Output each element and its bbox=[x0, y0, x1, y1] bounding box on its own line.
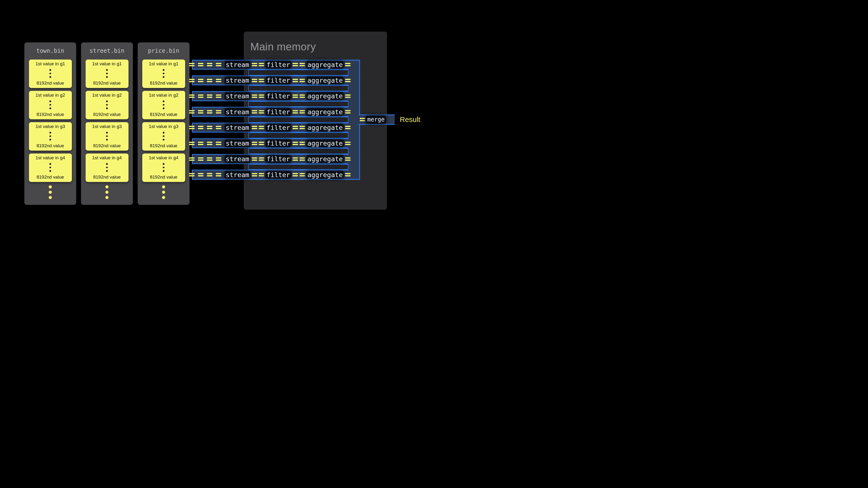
data-chunk-icon bbox=[207, 110, 212, 113]
data-chunk-icon bbox=[216, 173, 221, 176]
value-group-list: 1st value in g1 8192nd value 1st value i… bbox=[24, 60, 76, 182]
value-group-box: 1st value in g4 8192nd value bbox=[29, 154, 72, 182]
dot-icon bbox=[106, 76, 108, 78]
group-last-value-label: 8192nd value bbox=[36, 174, 64, 180]
group-first-value-label: 1st value in g4 bbox=[92, 155, 122, 161]
data-chunk-icon bbox=[189, 142, 194, 145]
data-chunk-icon bbox=[198, 63, 204, 66]
group-first-value-label: 1st value in g1 bbox=[149, 61, 179, 66]
dot-icon bbox=[50, 135, 51, 137]
dot-icon bbox=[50, 69, 51, 71]
data-chunk-icon bbox=[216, 126, 221, 129]
group-ellipsis-icon bbox=[163, 163, 164, 172]
data-chunk-icon bbox=[207, 142, 212, 145]
data-chunk-icon bbox=[198, 126, 204, 129]
result-label: Result bbox=[400, 116, 420, 124]
value-group-box: 1st value in g1 8192nd value bbox=[86, 60, 128, 88]
value-group-box: 1st value in g1 8192nd value bbox=[142, 60, 185, 88]
file-name: street.bin bbox=[81, 46, 133, 56]
value-group-box: 1st value in g1 8192nd value bbox=[29, 60, 72, 88]
dot-icon bbox=[105, 185, 108, 189]
value-group-list: 1st value in g1 8192nd value 1st value i… bbox=[138, 60, 189, 182]
data-chunk-icon bbox=[189, 173, 194, 176]
dot-icon bbox=[163, 132, 164, 133]
group-first-value-label: 1st value in g1 bbox=[92, 61, 122, 66]
more-groups-ellipsis-icon bbox=[138, 185, 189, 199]
dot-icon bbox=[50, 163, 51, 165]
data-chunk-icon bbox=[207, 63, 212, 66]
data-chunk-icon bbox=[207, 79, 212, 82]
dot-icon bbox=[163, 107, 164, 109]
data-chunk-icon bbox=[198, 79, 204, 82]
dot-icon bbox=[163, 73, 164, 74]
data-chunk-icon bbox=[207, 157, 212, 161]
group-ellipsis-icon bbox=[50, 163, 51, 172]
merge-lane: merge bbox=[359, 115, 395, 125]
dot-icon bbox=[50, 73, 51, 74]
data-chunk-icon bbox=[216, 142, 221, 145]
dot-icon bbox=[105, 191, 108, 194]
group-ellipsis-icon bbox=[163, 100, 164, 109]
data-chunk-icon bbox=[189, 157, 194, 161]
dot-icon bbox=[49, 185, 52, 189]
data-chunk-icon bbox=[207, 94, 212, 98]
group-last-value-label: 8192nd value bbox=[150, 143, 177, 149]
file-column: town.bin 1st value in g1 8192nd value 1s… bbox=[24, 42, 76, 205]
group-first-value-label: 1st value in g4 bbox=[149, 155, 179, 161]
data-chunk-icon bbox=[198, 173, 204, 176]
dot-icon bbox=[106, 73, 108, 74]
group-ellipsis-icon bbox=[106, 69, 108, 78]
group-first-value-label: 1st value in g4 bbox=[35, 155, 65, 161]
dot-icon bbox=[49, 196, 52, 199]
value-group-box: 1st value in g2 8192nd value bbox=[142, 91, 185, 119]
dot-icon bbox=[162, 185, 165, 189]
dot-icon bbox=[163, 167, 164, 168]
group-last-value-label: 8192nd value bbox=[93, 112, 121, 117]
dot-icon bbox=[106, 107, 108, 109]
group-last-value-label: 8192nd value bbox=[150, 112, 177, 117]
dot-icon bbox=[163, 163, 164, 165]
dot-icon bbox=[106, 104, 108, 106]
dot-icon bbox=[106, 163, 108, 165]
dot-icon bbox=[106, 167, 108, 168]
data-chunk-icon bbox=[207, 126, 212, 129]
file-column: price.bin 1st value in g1 8192nd value 1… bbox=[138, 42, 189, 205]
group-last-value-label: 8192nd value bbox=[36, 112, 64, 117]
group-ellipsis-icon bbox=[106, 163, 108, 172]
data-chunk-icon bbox=[216, 63, 221, 66]
group-first-value-label: 1st value in g3 bbox=[35, 124, 65, 129]
group-ellipsis-icon bbox=[50, 100, 51, 109]
data-chunk-icon bbox=[198, 142, 204, 145]
dot-icon bbox=[49, 191, 52, 194]
group-ellipsis-icon bbox=[106, 132, 108, 140]
stage-chip-merge: merge bbox=[366, 116, 386, 124]
value-group-box: 1st value in g4 8192nd value bbox=[86, 154, 128, 182]
data-chunk-icon bbox=[189, 110, 194, 113]
value-group-box: 1st value in g3 8192nd value bbox=[86, 122, 128, 151]
group-last-value-label: 8192nd value bbox=[93, 174, 121, 180]
dot-icon bbox=[50, 104, 51, 106]
group-first-value-label: 1st value in g1 bbox=[35, 61, 65, 66]
dot-icon bbox=[105, 196, 108, 199]
dot-icon bbox=[106, 170, 108, 172]
dot-icon bbox=[163, 104, 164, 106]
data-chunk-icon bbox=[189, 63, 194, 66]
data-chunk-icon bbox=[216, 110, 221, 113]
group-last-value-label: 8192nd value bbox=[93, 143, 121, 149]
dot-icon bbox=[162, 191, 165, 194]
main-memory-title: Main memory bbox=[250, 41, 316, 53]
dot-icon bbox=[106, 135, 108, 137]
dot-icon bbox=[163, 76, 164, 78]
file-column: street.bin 1st value in g1 8192nd value … bbox=[81, 42, 133, 205]
dot-icon bbox=[163, 139, 164, 140]
dot-icon bbox=[50, 76, 51, 78]
group-first-value-label: 1st value in g2 bbox=[35, 93, 65, 98]
data-chunk-icon bbox=[216, 157, 221, 161]
dot-icon bbox=[50, 132, 51, 133]
value-group-box: 1st value in g4 8192nd value bbox=[142, 154, 185, 182]
data-chunk-icon bbox=[189, 126, 194, 129]
group-first-value-label: 1st value in g3 bbox=[149, 124, 179, 129]
data-chunk-icon bbox=[216, 79, 221, 82]
dot-icon bbox=[163, 100, 164, 102]
dot-icon bbox=[50, 170, 51, 172]
